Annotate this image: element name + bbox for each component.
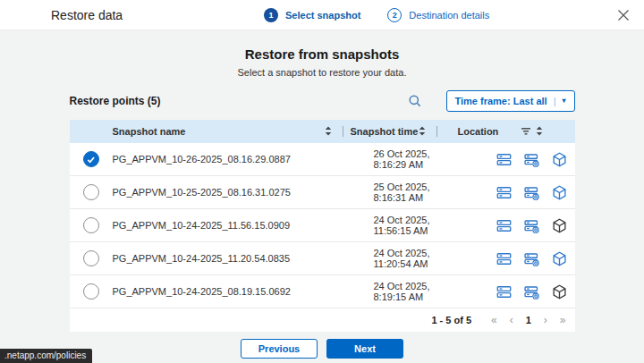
snapshot-time: 26 Oct 2025, 8:16:29 AM bbox=[351, 148, 445, 170]
link-status-bar: .netapp.com/policies bbox=[0, 349, 92, 363]
step-1-circle: 1 bbox=[264, 8, 278, 22]
snapshot-name: PG_APPVM_10-24-2025_11.56.15.0909 bbox=[113, 220, 351, 231]
radio-button[interactable] bbox=[83, 250, 99, 266]
filter-icon[interactable] bbox=[521, 126, 531, 138]
step-destination-details[interactable]: 2 Destination details bbox=[387, 8, 489, 22]
table-row[interactable]: PG_APPVM_10-25-2025_08.16.31.0275 25 Oct… bbox=[70, 176, 575, 209]
snapshot-name: PG_APPVM_10-26-2025_08.16.29.0887 bbox=[113, 154, 351, 165]
next-page-button[interactable]: › bbox=[544, 314, 547, 326]
sort-icon[interactable] bbox=[536, 126, 543, 138]
sort-icon[interactable] bbox=[419, 126, 426, 138]
chevron-down-icon: ▾ bbox=[562, 97, 565, 105]
local-storage-icon bbox=[496, 152, 512, 167]
object-storage-icon bbox=[552, 251, 567, 266]
secondary-storage-icon bbox=[524, 251, 539, 266]
radio-button[interactable] bbox=[83, 217, 99, 233]
snapshot-time: 24 Oct 2025, 11:56:15 AM bbox=[351, 215, 445, 236]
snapshot-name: PG_APPVM_10-24-2025_08.19.15.0692 bbox=[113, 286, 351, 297]
column-divider bbox=[436, 126, 437, 137]
step-2-circle: 2 bbox=[387, 8, 402, 22]
object-storage-icon bbox=[552, 185, 567, 200]
radio-button[interactable] bbox=[83, 184, 99, 200]
next-button[interactable]: Next bbox=[326, 339, 403, 359]
last-page-button[interactable]: » bbox=[560, 314, 566, 326]
restore-points-count: Restore points (5) bbox=[70, 95, 161, 107]
dialog-footer: Previous Next bbox=[0, 339, 644, 359]
secondary-storage-icon bbox=[524, 284, 539, 300]
local-storage-icon bbox=[496, 251, 512, 266]
snapshot-name: PG_APPVM_10-24-2025_11.20.54.0835 bbox=[113, 253, 351, 264]
table-row[interactable]: PG_APPVM_10-24-2025_08.19.15.0692 24 Oct… bbox=[70, 275, 575, 308]
close-icon[interactable] bbox=[615, 7, 631, 23]
table-row[interactable]: PG_APPVM_10-24-2025_11.20.54.0835 24 Oct… bbox=[70, 242, 575, 275]
local-storage-icon bbox=[496, 218, 512, 233]
sort-icon[interactable] bbox=[325, 126, 332, 138]
current-page[interactable]: 1 bbox=[526, 315, 531, 325]
column-header-snapshot-name: Snapshot name bbox=[113, 120, 351, 143]
column-header-snapshot-time: Snapshot time bbox=[351, 120, 445, 143]
step-1-label: Select snapshot bbox=[285, 10, 360, 21]
table-header-row: Snapshot name Snapshot time Location bbox=[70, 120, 575, 143]
snapshot-time: 24 Oct 2025, 11:20:54 AM bbox=[351, 248, 445, 269]
local-storage-icon bbox=[496, 284, 512, 300]
snapshot-name-header-label: Snapshot name bbox=[113, 126, 186, 137]
step-2-label: Destination details bbox=[409, 10, 489, 21]
snapshot-time-header-label: Snapshot time bbox=[351, 126, 419, 137]
location-header-label: Location bbox=[458, 126, 499, 137]
time-frame-dropdown[interactable]: Time frame: Last all | ▾ bbox=[446, 90, 575, 112]
snapshots-table: Snapshot name Snapshot time Location bbox=[70, 120, 575, 332]
secondary-storage-icon bbox=[524, 218, 539, 233]
column-header-location: Location bbox=[445, 120, 575, 143]
snapshot-time: 24 Oct 2025, 8:19:15 AM bbox=[351, 281, 445, 302]
object-storage-icon bbox=[552, 218, 567, 233]
first-page-button[interactable]: « bbox=[491, 314, 497, 326]
dialog-header: Restore data 1 Select snapshot 2 Destina… bbox=[0, 0, 644, 30]
radio-button[interactable] bbox=[83, 151, 99, 167]
table-pagination: 1 - 5 of 5 « ‹ 1 › » bbox=[70, 308, 575, 332]
snapshot-name: PG_APPVM_10-25-2025_08.16.31.0275 bbox=[113, 187, 351, 198]
snapshot-time: 25 Oct 2025, 8:16:31 AM bbox=[351, 182, 445, 203]
pagination-range: 1 - 5 of 5 bbox=[431, 315, 471, 325]
wizard-stepper: 1 Select snapshot 2 Destination details bbox=[264, 0, 489, 30]
page-title: Restore from snapshots bbox=[0, 46, 644, 62]
step-select-snapshot[interactable]: 1 Select snapshot bbox=[264, 8, 360, 22]
dialog-title: Restore data bbox=[51, 8, 123, 22]
previous-button[interactable]: Previous bbox=[241, 339, 318, 359]
table-row[interactable]: PG_APPVM_10-26-2025_08.16.29.0887 26 Oct… bbox=[70, 143, 575, 176]
object-storage-icon bbox=[552, 284, 567, 300]
page-subtitle: Select a snapshot to restore your data. bbox=[0, 67, 644, 78]
previous-page-button[interactable]: ‹ bbox=[510, 314, 513, 326]
header-radio-spacer bbox=[70, 120, 113, 143]
local-storage-icon bbox=[496, 185, 512, 200]
time-frame-label: Time frame: Last all bbox=[455, 96, 547, 106]
radio-button[interactable] bbox=[83, 283, 99, 300]
table-row[interactable]: PG_APPVM_10-24-2025_11.56.15.0909 24 Oct… bbox=[70, 209, 575, 242]
table-controls: Restore points (5) Time frame: Last all … bbox=[70, 90, 575, 112]
search-icon[interactable] bbox=[407, 93, 423, 109]
secondary-storage-icon bbox=[524, 185, 539, 200]
column-divider bbox=[343, 126, 343, 137]
button-divider: | bbox=[554, 96, 556, 106]
object-storage-icon bbox=[552, 152, 567, 167]
secondary-storage-icon bbox=[524, 152, 539, 167]
